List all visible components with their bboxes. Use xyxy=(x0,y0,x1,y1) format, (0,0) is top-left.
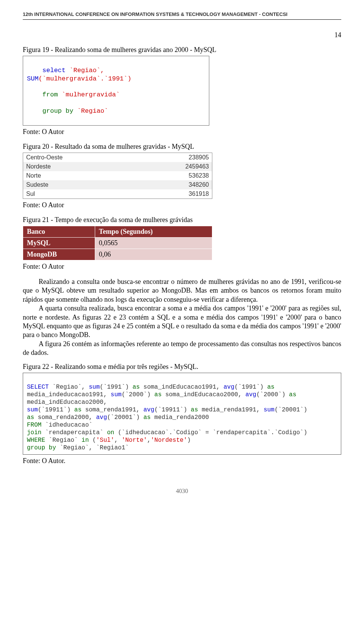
fn: avg xyxy=(143,406,154,413)
fn: sum xyxy=(111,391,122,398)
table-row: MySQL 0,0565 xyxy=(23,238,212,249)
value-cell: 2459463 xyxy=(134,162,212,171)
kw: join xyxy=(27,429,41,436)
sep: , xyxy=(114,437,121,444)
arg: (`20001`) xyxy=(275,406,307,413)
tbl: `idheducacao` xyxy=(41,422,92,428)
alias: media_renda1991, xyxy=(198,406,264,413)
figure21-source: Fonte: O Autor xyxy=(23,263,341,271)
alias: media_indeducacao1991, xyxy=(27,391,111,398)
kw: SELECT xyxy=(27,384,49,391)
value-cell: 238905 xyxy=(134,153,212,162)
region-cell: Centro-Oeste xyxy=(23,153,135,162)
sql-arg: (`mulhergravida`.`1991`) xyxy=(39,75,132,82)
alias: media_renda2000 xyxy=(151,414,209,421)
db-cell: MySQL xyxy=(23,238,95,249)
kw: in xyxy=(82,437,89,444)
region-cell: Nordeste xyxy=(23,162,135,171)
header-banco: Banco xyxy=(23,226,95,238)
result-table-fig20: Centro-Oeste238905 Nordeste2459463 Norte… xyxy=(23,153,212,199)
arg: (`20001`) xyxy=(107,414,143,421)
figure19-caption: Figura 19 - Realizando soma de mulheres … xyxy=(23,46,341,54)
cols: `Regiao`, `Regiao1` xyxy=(56,444,129,451)
table-row: Sudeste348260 xyxy=(23,180,212,189)
sql-query-fig22: SELECT `Regiao`, sum(`1991`) as soma_ind… xyxy=(23,373,341,455)
arg: (`2000`) xyxy=(122,391,154,398)
alias: soma_renda2000, xyxy=(34,414,96,421)
paragraph-3-text: A figura 26 contém as informações refere… xyxy=(23,340,341,356)
paren: ( xyxy=(89,437,96,444)
field: `Regiao` xyxy=(45,437,82,444)
paren: ) xyxy=(187,437,191,444)
fn: avg xyxy=(224,384,235,391)
arg: (`1991`) xyxy=(234,384,267,391)
kw: as xyxy=(132,384,140,391)
paragraph-2-text: A quarta consulta realizada, busca encon… xyxy=(23,304,341,339)
sql-groupfield: `Regiao` xyxy=(73,107,108,115)
kw: as xyxy=(154,391,162,398)
fn: avg xyxy=(245,391,256,398)
alias: soma_indEducacao1991, xyxy=(140,384,224,391)
figure22-source: Fonte: O Autor. xyxy=(23,457,341,465)
timing-table-fig21: Banco Tempo (Segundos) MySQL 0,0565 Mong… xyxy=(23,226,212,260)
figure20-caption: Figura 20 - Resultado da soma de mulhere… xyxy=(23,143,341,151)
str: 'Sul' xyxy=(96,437,114,444)
kw: group by xyxy=(27,444,56,451)
kw: as xyxy=(191,406,198,413)
table-header-row: Banco Tempo (Segundos) xyxy=(23,226,212,238)
paper-page: 12th INTERNATIONAL CONFERENCE ON INFORMA… xyxy=(0,0,364,506)
time-cell: 0,06 xyxy=(95,249,212,260)
page-number-top: 14 xyxy=(23,31,341,39)
arg: (`1991`) xyxy=(100,384,132,391)
col: `Regiao`, xyxy=(49,384,89,391)
figure22-caption: Figura 22 - Realizando soma e média por … xyxy=(23,363,341,371)
table-row: Nordeste2459463 xyxy=(23,162,212,171)
sql-table: `mulhergravida` xyxy=(58,91,120,98)
table-row: MongoDB 0,06 xyxy=(23,249,212,260)
sql-keyword-groupby: group by xyxy=(42,107,74,115)
kw: as xyxy=(143,414,151,421)
table-row: Norte536238 xyxy=(23,171,212,180)
region-cell: Norte xyxy=(23,171,135,180)
kw: as xyxy=(289,391,296,398)
fn: avg xyxy=(96,414,107,421)
kw: WHERE xyxy=(27,437,45,444)
str: 'Norte' xyxy=(122,437,147,444)
conference-header: 12th INTERNATIONAL CONFERENCE ON INFORMA… xyxy=(23,11,341,17)
region-cell: Sudeste xyxy=(23,180,135,189)
figure21-caption: Figura 21 - Tempo de execução da soma de… xyxy=(23,216,341,224)
db-cell: MongoDB xyxy=(23,249,95,260)
sql-keyword-from: from xyxy=(42,91,58,98)
alias: media_indEducacao2000, xyxy=(27,399,107,406)
sql-keyword-select: select xyxy=(42,67,66,74)
sql-query-fig19: select `Regiao`, SUM(`mulhergravida`.`19… xyxy=(23,56,209,126)
value-cell: 536238 xyxy=(134,171,212,180)
arg: (`19911`) xyxy=(38,406,74,413)
kw: as xyxy=(74,406,82,413)
header-rule xyxy=(23,19,341,20)
time-cell: 0,0565 xyxy=(95,238,212,249)
sql-func-sum: SUM xyxy=(27,75,39,82)
fn: sum xyxy=(264,406,275,413)
kw: as xyxy=(27,414,34,421)
region-cell: Sul xyxy=(23,189,135,199)
cond: (`idheducacao`.`Codigo` = `rendapercapit… xyxy=(114,429,307,436)
paragraph-1-text: Realizando a consulta onde busca-se enco… xyxy=(23,278,341,303)
value-cell: 361918 xyxy=(134,189,212,199)
table-row: Sul361918 xyxy=(23,189,212,199)
kw: on xyxy=(107,429,114,436)
header-tempo: Tempo (Segundos) xyxy=(95,226,212,238)
fn: sum xyxy=(89,384,100,391)
str: 'Nordeste' xyxy=(151,437,187,444)
value-cell: 348260 xyxy=(134,180,212,189)
figure20-source: Fonte: O Autor xyxy=(23,201,341,209)
sql-field: `Regiao`, xyxy=(66,67,108,74)
paragraph-1: Realizando a consulta onde busca-se enco… xyxy=(23,277,341,358)
table-row: Centro-Oeste238905 xyxy=(23,153,212,162)
fn: sum xyxy=(27,406,38,413)
page-number-bottom: 4030 xyxy=(23,488,341,495)
arg: (`2000`) xyxy=(256,391,289,398)
alias: soma_indEducacao2000, xyxy=(162,391,245,398)
alias: soma_renda1991, xyxy=(82,406,143,413)
kw: FROM xyxy=(27,422,41,428)
